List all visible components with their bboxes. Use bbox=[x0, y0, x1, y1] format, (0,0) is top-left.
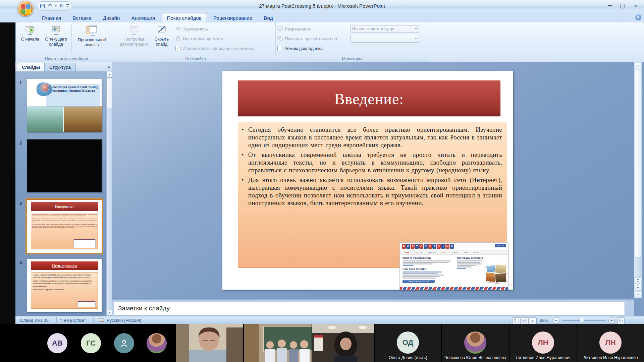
slide-editor-area: Введение: •Сегодня обучение становится в… bbox=[112, 62, 634, 298]
participant-avatar-photo bbox=[464, 331, 486, 354]
tab-review[interactable]: Рецензирование bbox=[208, 13, 257, 22]
use-timings-row[interactable]: ✓ Использовать записанные времена bbox=[175, 45, 255, 52]
slide-thumbnail-2[interactable] bbox=[27, 139, 102, 193]
slide-thumbnail-3[interactable]: Введение: Сегодня обучение становится вс… bbox=[27, 199, 102, 253]
previous-slide-icon[interactable]: ▲▲ bbox=[635, 277, 641, 284]
tab-slides[interactable]: Слайды bbox=[17, 63, 45, 71]
record-narration-label: Звукозапись bbox=[183, 26, 208, 32]
participant-tile[interactable]: ОД Ольга Денис (гость) bbox=[375, 324, 441, 362]
panel-scroll-thumb[interactable] bbox=[107, 77, 112, 108]
slide-page[interactable]: Введение: •Сегодня обучение становится в… bbox=[222, 71, 513, 290]
zoom-slider-track[interactable] bbox=[562, 320, 606, 321]
screen-edge bbox=[0, 22, 15, 324]
avatar-initials: ЛН bbox=[605, 338, 615, 347]
record-narration-row[interactable]: Звукозапись bbox=[175, 25, 208, 33]
tab-insert[interactable]: Вставка bbox=[68, 13, 97, 22]
from-beginning-label: С начала bbox=[21, 37, 39, 42]
ribbon: С начала С текущего слайда bbox=[15, 22, 644, 62]
rehearse-timings-row[interactable]: Настройка времени bbox=[175, 35, 223, 42]
group-label-start-show: Начать показ слайдов bbox=[17, 56, 116, 62]
tab-view[interactable]: Вид bbox=[259, 13, 278, 22]
notes-panel: Заметки к слайду bbox=[112, 299, 634, 317]
customize-qat-icon[interactable]: ▼ bbox=[66, 4, 69, 8]
participant-avatar[interactable]: АВ bbox=[47, 333, 67, 353]
office-button[interactable] bbox=[17, 1, 34, 17]
resolution-value: Использовать текуще... bbox=[352, 26, 398, 31]
classroom-photo-right bbox=[64, 106, 102, 132]
normal-view-button[interactable] bbox=[512, 317, 521, 324]
from-current-slide-button[interactable]: С текущего слайда bbox=[42, 24, 70, 47]
office-logo-yellow bbox=[26, 9, 31, 14]
panel-close-icon[interactable]: x bbox=[108, 64, 110, 69]
participant-tile[interactable]: ЛН Литвинов Илья Нуралиевич bbox=[577, 324, 644, 362]
tab-animations[interactable]: Анимация bbox=[126, 13, 160, 22]
slideshow-view-button[interactable] bbox=[528, 317, 537, 324]
pc-heading-members: Our happy members bbox=[457, 256, 484, 259]
window-title: 27 марта PostCrossing 5 кл.pptx - Micros… bbox=[0, 3, 644, 9]
use-timings-label: Использовать записанные времена bbox=[182, 46, 255, 51]
video-feed-classroom[interactable] bbox=[244, 324, 312, 362]
participant-tile[interactable]: Челышева Юлия Вячеславовна bbox=[442, 324, 509, 362]
slide-sorter-view-button[interactable] bbox=[520, 317, 529, 324]
panel-scrollbar[interactable]: ▲ ▼ bbox=[106, 71, 112, 316]
resolution-dropdown-wrap: Использовать текуще... bbox=[351, 25, 419, 33]
redo-icon[interactable]: ↻ bbox=[59, 2, 64, 10]
tab-design[interactable]: Дизайн bbox=[98, 13, 125, 22]
help-icon[interactable]: ? bbox=[635, 14, 641, 20]
zoom-in-button[interactable]: + bbox=[608, 317, 615, 324]
show-on-dropdown[interactable] bbox=[351, 35, 419, 43]
spellcheck-icon[interactable] bbox=[98, 318, 104, 323]
participant-avatar-photo[interactable] bbox=[147, 333, 167, 353]
mini-banner: Цель проекта bbox=[31, 261, 98, 270]
from-beginning-button[interactable]: С начала bbox=[20, 24, 41, 42]
postcards-collage bbox=[485, 264, 506, 284]
editor-scrollbar[interactable]: ▲ ▲▲ ▼▼ ▼ bbox=[634, 62, 642, 298]
participant-avatar[interactable] bbox=[114, 333, 134, 353]
theme-name[interactable]: "Тема Office" bbox=[60, 318, 86, 323]
video-feed-participant[interactable] bbox=[312, 324, 374, 362]
zoom-slider-thumb[interactable] bbox=[580, 318, 584, 323]
setup-show-button[interactable]: Настройка демонстрации bbox=[118, 24, 150, 47]
zoom-out-button[interactable]: – bbox=[553, 317, 559, 324]
fit-to-window-button[interactable] bbox=[617, 317, 625, 324]
show-on-caret-icon bbox=[415, 38, 417, 39]
use-timings-checkbox[interactable]: ✓ bbox=[175, 46, 180, 51]
scroll-down-icon[interactable]: ▼ bbox=[107, 310, 112, 316]
hide-slide-button[interactable]: Скрыть слайд bbox=[151, 24, 172, 47]
scroll-down-icon[interactable]: ▼ bbox=[635, 292, 641, 298]
postcrossing-screenshot: POSTCROSSING LOG IN HOME SIGN UP EXPLORE… bbox=[399, 242, 508, 290]
resolution-dropdown[interactable]: Использовать текуще... bbox=[351, 25, 419, 33]
presenter-view-row[interactable]: ✓ Режим докладчика bbox=[277, 45, 323, 52]
ribbon-group-monitors: Разрешение: Использовать текуще... Показ… bbox=[275, 22, 429, 62]
notes-box[interactable]: Заметки к слайду bbox=[114, 302, 625, 315]
tab-outline[interactable]: Структура bbox=[44, 63, 76, 71]
minimize-button[interactable] bbox=[604, 2, 616, 10]
tab-home[interactable]: Главная bbox=[37, 13, 66, 22]
setup-show-label: Настройка демонстрации bbox=[120, 37, 148, 47]
tab-slideshow[interactable]: Показ слайдов bbox=[162, 13, 207, 22]
slide-thumbnail-4[interactable]: Цель проекта создать новый учебный проду… bbox=[27, 259, 102, 312]
undo-dropdown-icon[interactable]: ▼ bbox=[54, 5, 57, 8]
slide-counter: Слайд 3 из 20 bbox=[20, 318, 49, 323]
next-slide-icon[interactable]: ▼▼ bbox=[635, 284, 641, 290]
close-button[interactable]: × bbox=[630, 2, 641, 10]
language-indicator[interactable]: Русский (Россия) bbox=[107, 318, 141, 323]
custom-show-button[interactable]: Произвольный показ bbox=[73, 24, 111, 48]
video-feed-teacher[interactable] bbox=[176, 324, 243, 362]
participant-tile[interactable]: ЛН Литвинов Илья Нуралиевич bbox=[509, 324, 577, 362]
presenter-view-checkbox[interactable]: ✓ bbox=[277, 46, 282, 51]
scroll-up-icon[interactable]: ▲ bbox=[635, 63, 641, 69]
slide-thumbnail-1[interactable]: Презентация проекта PostCrossing участни… bbox=[27, 79, 102, 132]
scroll-up-icon[interactable]: ▲ bbox=[107, 72, 112, 77]
slide-bullet: •От выпускника современной школы требует… bbox=[248, 151, 502, 174]
pc-heading-how: How does it work? bbox=[402, 267, 453, 270]
participant-avatar[interactable]: ГС bbox=[81, 333, 101, 353]
maximize-button[interactable] bbox=[617, 2, 629, 10]
office-logo-red bbox=[21, 4, 26, 9]
participant-name: Ольга Денис (гость) bbox=[375, 355, 441, 360]
undo-icon[interactable]: ↶ bbox=[48, 2, 52, 10]
show-on-label: Показать презентацию на: bbox=[285, 36, 338, 41]
save-icon[interactable] bbox=[40, 3, 45, 9]
hide-slide-icon bbox=[156, 24, 167, 36]
editor-scroll-thumb[interactable] bbox=[635, 69, 641, 257]
